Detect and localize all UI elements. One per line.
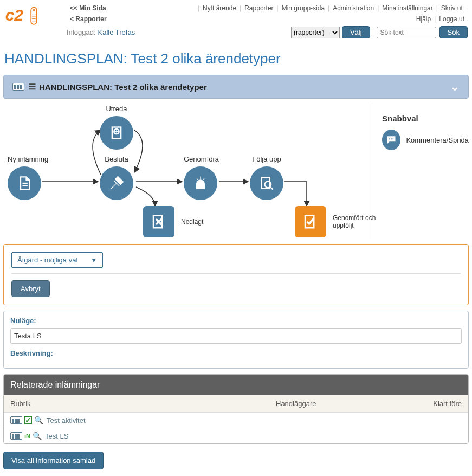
col-rubrik: Rubrik [10,400,276,408]
search-input[interactable] [377,27,436,38]
node-label-ny: Ny inlämning [8,155,48,163]
nav-nytt-arende[interactable]: Nytt ärende [199,4,240,12]
rapporter-select[interactable]: (rapporter) [291,27,340,38]
svg-text:c2: c2 [5,6,24,24]
node-folja-upp[interactable] [250,166,283,200]
beskrivning-label: Beskrivning: [10,349,462,357]
avbryt-button[interactable]: Avbryt [11,280,50,297]
svg-rect-21 [305,216,314,228]
list-icon: ☰ [29,82,36,92]
page-title: HANDLINGSPLAN: Test 2 olika ärendetyper [0,41,472,75]
nav-back-rapporter[interactable]: < Rapporter [67,15,110,23]
panel-header[interactable]: ☰ HANDLINGSPLAN: Test 2 olika ärendetype… [3,75,469,99]
svg-point-23 [391,138,392,139]
check-icon: ✓ [24,416,32,424]
comment-icon [382,130,400,150]
nulage-label: Nuläge: [10,317,462,325]
node-ny-inlamning[interactable] [8,166,41,200]
sok-button[interactable]: Sök [439,26,468,38]
node-label-genomfort: Genomfört och uppföljt [333,214,382,229]
snabbval-title: Snabbval [382,114,469,123]
col-handlaggare: Handläggare [276,400,424,408]
magnify-icon: 🔍 [33,432,42,440]
app-logo: c2 [4,4,40,28]
table-row[interactable]: ✓ 🔍 Test aktivitet [4,413,468,428]
chevron-down-icon: ⌄ [450,80,460,93]
related-panel: Relaterade inlämningar Rubrik Handläggar… [3,374,469,444]
action-dropdown[interactable]: Åtgärd - möjliga val ▼ [11,252,103,268]
nav-help[interactable]: Hjälp [413,15,434,23]
table-row[interactable]: ıN 🔍 Test LS [4,428,468,443]
login-label: Inloggad: [67,28,96,36]
node-besluta[interactable] [100,166,133,200]
nav-skriv-ut[interactable]: Skriv ut [438,4,466,12]
visa-all-button[interactable]: Visa all information samlad [3,452,104,469]
panel-title: HANDLINGSPLAN: Test 2 olika ärendetyper [39,82,207,92]
info-panel: Nuläge: Beskrivning: [3,311,469,369]
project-icon [12,83,24,91]
node-nedlagt[interactable] [143,206,174,237]
node-label-besluta: Besluta [100,155,133,163]
nulage-input[interactable] [10,328,462,344]
node-genomfora[interactable] [184,166,217,200]
node-label-nedlagt: Nedlagt [181,218,230,226]
nav-min-grupp-sida[interactable]: Min grupp-sida [279,4,328,12]
project-icon [10,416,22,424]
action-panel: Åtgärd - möjliga val ▼ Avbryt [3,244,469,305]
snabbval-kommentera[interactable]: Kommentera/Sprida [382,130,469,150]
svg-point-24 [392,138,393,139]
svg-point-2 [33,9,35,11]
svg-line-17 [270,187,273,190]
workflow-diagram: Ny inlämning Utreda Besluta Genomföra Fö [3,103,371,239]
row-title[interactable]: Test LS [45,432,68,440]
node-label-utreda: Utreda [100,105,133,113]
nav-logout[interactable]: Logga ut [436,15,468,23]
login-user[interactable]: Kalle Trefas [96,28,135,36]
nav-administration[interactable]: Administration [329,4,377,12]
chevron-down-icon: ▼ [90,256,97,264]
nav-min-sida[interactable]: << Min Sida [67,4,109,12]
related-header: Relaterade inlämningar [4,375,468,395]
magnify-icon: 🔍 [34,416,43,424]
node-utreda[interactable] [100,116,133,150]
svg-point-22 [389,138,390,139]
snabbval-label: Kommentera/Sprida [406,136,469,144]
node-label-folja: Följa upp [250,155,283,163]
node-label-genomfora: Genomföra [184,155,219,163]
valj-button[interactable]: Välj [342,26,370,38]
nav-mina-installningar[interactable]: Mina inställningar [379,4,436,12]
project-icon [10,432,22,440]
node-genomfort[interactable] [295,206,326,237]
nav-rapporter[interactable]: Rapporter [241,4,276,12]
col-klart: Klart före [424,400,462,408]
row-title[interactable]: Test aktivitet [47,416,86,424]
in-progress-icon: ıN [24,433,30,439]
